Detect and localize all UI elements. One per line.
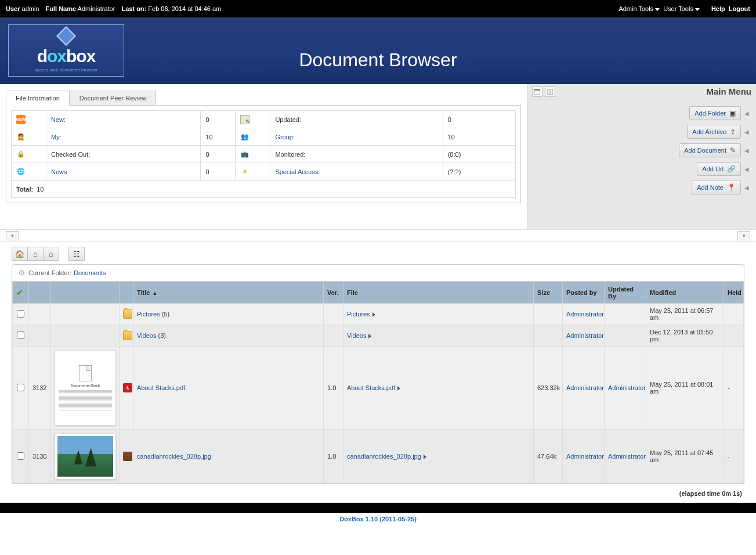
posted-by-link[interactable]: Administrator <box>566 311 604 318</box>
row-ver <box>324 304 343 325</box>
pdf-icon: λ <box>123 383 132 392</box>
row-posted: Administrator <box>563 304 605 325</box>
topbar-right: Admin Tools User Tools Help Logout <box>618 5 750 12</box>
tree-icon: ☷ <box>73 250 80 258</box>
file-link[interactable]: Pictures <box>347 311 370 318</box>
header-posted[interactable]: Posted by <box>563 282 605 304</box>
tree-view-button[interactable]: ☷ <box>68 247 85 261</box>
title-link[interactable]: canadianrockies_028p.jpg <box>137 453 211 460</box>
news-link[interactable]: News <box>51 168 67 175</box>
file-link[interactable]: Videos <box>347 332 366 339</box>
row-title: Videos (3) <box>133 325 324 347</box>
header-id[interactable] <box>29 282 51 304</box>
posted-by-link[interactable]: Administrator <box>566 384 604 391</box>
header-updated[interactable]: Updated By <box>605 282 646 304</box>
updated-by-link[interactable]: Administrator <box>608 453 646 460</box>
lock-icon: 🔒 <box>16 150 26 159</box>
brand-text: doxbox <box>37 46 96 66</box>
group-count: 10 <box>443 128 515 146</box>
footer-bar <box>0 503 756 513</box>
checked-count: 0 <box>201 146 236 163</box>
tab-peer-review[interactable]: Document Peer Review <box>70 91 157 106</box>
title-link[interactable]: Videos <box>137 332 156 339</box>
nav-home-button[interactable]: 🏠 <box>12 247 28 261</box>
mini-view-1-button[interactable] <box>532 87 542 97</box>
add-document-button[interactable]: Add Document✎ <box>679 143 741 157</box>
image-icon <box>123 452 132 461</box>
posted-by-link[interactable]: Administrator <box>566 332 604 339</box>
file-link[interactable]: canadianrockies_028p.jpg <box>347 453 421 460</box>
add-url-button[interactable]: Add Url🔗 <box>697 162 741 176</box>
row-title: About Stacks.pdf <box>133 347 324 430</box>
chevron-right-icon[interactable] <box>397 386 400 391</box>
chevron-left-icon[interactable]: ◀ <box>744 110 750 117</box>
collapse-left-button[interactable]: ▾ <box>6 231 19 240</box>
row-checkbox[interactable] <box>17 384 24 391</box>
row-type-icon <box>120 325 133 347</box>
window-icon <box>534 89 540 95</box>
mini-view-2-button[interactable] <box>545 87 555 97</box>
header-held[interactable]: Held <box>724 282 744 304</box>
row-size <box>534 304 563 325</box>
table-row: Pictures (5)PicturesAdministratorMay 25,… <box>13 304 744 325</box>
home-up-icon: 🏠 <box>15 250 24 258</box>
data-table: ✔ Title▲ Ver. File Size Posted by Update… <box>12 282 744 484</box>
new-icon: NEW <box>16 115 26 124</box>
row-thumb <box>51 325 120 347</box>
chevron-left-icon[interactable]: ◀ <box>744 166 750 172</box>
chevron-right-icon[interactable] <box>372 312 375 317</box>
add-note-button[interactable]: Add Note📍 <box>692 181 741 194</box>
special-access-link[interactable]: Special Access: <box>275 168 320 175</box>
nav-root-button[interactable]: ⌂ <box>43 247 59 261</box>
row-thumb <box>51 430 120 484</box>
updated-by-link[interactable]: Administrator <box>608 384 646 391</box>
admin-tools-menu[interactable]: Admin Tools <box>618 5 660 12</box>
sort-asc-icon: ▲ <box>152 290 157 296</box>
current-folder-link[interactable]: Documents <box>74 269 106 276</box>
elapsed-time: (elapsed time 0m 1s) <box>0 488 756 503</box>
file-link[interactable]: About Stacks.pdf <box>347 384 395 391</box>
tab-file-information[interactable]: File Information <box>6 91 70 106</box>
title-link[interactable]: Pictures <box>137 311 160 318</box>
row-checkbox[interactable] <box>17 310 24 318</box>
posted-by-link[interactable]: Administrator <box>566 453 604 460</box>
title-link[interactable]: About Stacks.pdf <box>137 384 185 391</box>
logo: doxbox secure web document browser <box>8 24 124 77</box>
row-id: 3130 <box>29 430 51 484</box>
header-ver[interactable]: Ver. <box>324 282 343 304</box>
user-tools-menu[interactable]: User Tools <box>663 5 700 12</box>
header-title[interactable]: Title▲ <box>133 282 324 304</box>
new-link[interactable]: New: <box>51 116 66 123</box>
user-value: admin <box>22 5 39 12</box>
chevron-left-icon[interactable]: ◀ <box>744 129 750 135</box>
chevron-right-icon[interactable] <box>368 334 371 338</box>
add-archive-button[interactable]: Add Archive⇪ <box>687 125 741 139</box>
chevron-left-icon[interactable]: ◀ <box>744 147 750 154</box>
row-thumb <box>51 304 120 325</box>
row-modified: May 25, 2011 at 08:01 am <box>646 347 724 430</box>
row-size <box>534 325 563 347</box>
my-count: 10 <box>201 128 236 146</box>
header-size[interactable]: Size <box>534 282 563 304</box>
svg-rect-1 <box>534 89 540 91</box>
row-checkbox[interactable] <box>17 452 24 460</box>
header-modified[interactable]: Modified <box>646 282 724 304</box>
help-link[interactable]: Help <box>711 5 725 12</box>
header-select[interactable]: ✔ <box>13 282 29 304</box>
chevron-right-icon[interactable] <box>424 455 426 459</box>
my-link[interactable]: My: <box>51 134 62 140</box>
user-label: User <box>6 5 20 12</box>
row-held: - <box>724 347 744 430</box>
chevron-left-icon[interactable]: ◀ <box>744 185 750 191</box>
image-thumbnail[interactable] <box>55 433 116 480</box>
logout-link[interactable]: Logout <box>729 5 750 12</box>
group-link[interactable]: Group: <box>275 134 295 140</box>
add-folder-button[interactable]: Add Folder▣ <box>689 106 741 120</box>
row-held <box>724 325 744 347</box>
header-file[interactable]: File <box>343 282 534 304</box>
doc-thumbnail[interactable]: Documents Stack <box>55 350 116 426</box>
gear-icon[interactable]: ⚙ <box>17 268 26 278</box>
row-checkbox[interactable] <box>17 331 24 339</box>
collapse-right-button[interactable]: ▾ <box>737 231 750 240</box>
nav-up-button[interactable]: ⌂ <box>27 247 44 261</box>
